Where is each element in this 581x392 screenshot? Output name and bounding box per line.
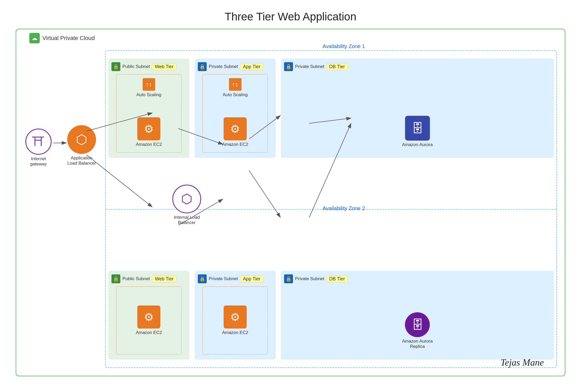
- autoscaling-icon-1: ↑↕: [143, 78, 155, 91]
- az2-db-subnet: 🔒 Private Subnet DB Tier 🗄 Amazon Aurora…: [281, 271, 554, 360]
- page-title: Three Tier Web Application: [0, 0, 581, 28]
- az1-web-subnet: 🔒 Public Subnet Web Tier ↑↕ Auto Scaling…: [108, 59, 189, 158]
- vpc-icon: ☁: [29, 33, 40, 43]
- az1-app-autoscaling: ↑↕ Auto Scaling: [223, 78, 247, 97]
- aurora-label: Amazon Aurora: [402, 142, 433, 147]
- vpc-label: ☁ Virtual Private Cloud: [29, 33, 95, 43]
- private-subnet-icon-3: 🔒: [198, 274, 207, 283]
- ec2-icon-3: ⚙: [137, 305, 160, 328]
- author-label: Tejas Mane: [500, 357, 544, 368]
- ec2-label-2: Amazon EC2: [222, 142, 248, 147]
- vpc-container: ☁ Virtual Private Cloud ⛩ Internet gatew…: [16, 29, 565, 376]
- app-tier-badge-2: App Tier: [240, 275, 263, 283]
- private-subnet-label-1: Private Subnet: [209, 64, 238, 69]
- alb-circle-icon: ⬡: [67, 125, 96, 154]
- alb-component: ⬡ Application Load Balancer: [66, 125, 97, 166]
- az2-app-ec2: ⚙ Amazon EC2: [222, 305, 248, 335]
- az2-web-inner-box: ⚙ Amazon EC2: [116, 286, 182, 354]
- public-subnet-label-3: Public Subnet: [122, 276, 150, 281]
- az2-app-inner-box: ⚙ Amazon EC2: [202, 286, 268, 354]
- aurora-icon: 🗄: [405, 116, 430, 141]
- autoscaling-label-1: Auto Scaling: [136, 92, 161, 97]
- app-tier-badge-1: App Tier: [240, 63, 263, 70]
- aurora-component: 🗄 Amazon Aurora: [402, 116, 433, 147]
- db-tier-badge-2: DB Tier: [326, 275, 348, 283]
- autoscaling-icon-2: ↑↕: [229, 78, 241, 91]
- aurora-replica-component: 🗄 Amazon Aurora Replica: [399, 312, 436, 349]
- private-subnet-icon-2: 🔒: [284, 62, 293, 71]
- private-subnet-label-3: Private Subnet: [209, 276, 238, 281]
- aurora-replica-label: Amazon Aurora Replica: [399, 339, 436, 349]
- autoscaling-label-2: Auto Scaling: [223, 92, 247, 97]
- az1-app-ec2: ⚙ Amazon EC2: [222, 117, 248, 147]
- az2-label: Availability Zone 2: [323, 205, 365, 211]
- ec2-label-3: Amazon EC2: [136, 330, 162, 335]
- az1-app-autoscaling-box: ↑↕ Auto Scaling ⚙ Amazon EC2: [202, 74, 268, 153]
- az1-app-subnet: 🔒 Private Subnet App Tier ↑↕ Auto Scalin…: [195, 59, 276, 158]
- public-subnet-label-1: Public Subnet: [122, 64, 150, 69]
- az1-autoscaling: ↑↕ Auto Scaling: [136, 78, 161, 97]
- ec2-icon-4: ⚙: [224, 305, 247, 328]
- private-subnet-label-2: Private Subnet: [295, 64, 324, 69]
- aurora-replica-icon: 🗄: [405, 312, 430, 337]
- az1-label: Availability Zone 1: [323, 43, 365, 49]
- az1-db-subnet: 🔒 Private Subnet DB Tier 🗄 Amazon Aurora: [281, 59, 554, 158]
- private-subnet-icon-4: 🔒: [284, 274, 293, 283]
- az2-web-ec2: ⚙ Amazon EC2: [136, 305, 162, 335]
- az1-web-autoscaling-box: ↑↕ Auto Scaling ⚙ Amazon EC2: [116, 74, 182, 153]
- db-tier-badge-1: DB Tier: [326, 63, 348, 70]
- igw-circle-icon: ⛩: [25, 129, 52, 155]
- ilb-label: Internal Load Balancer: [171, 215, 202, 225]
- az-outer-box: Availability Zone 1 Availability Zone 2 …: [105, 50, 557, 368]
- ilb-circle-icon: ⬡: [172, 185, 201, 213]
- web-tier-badge-2: Web Tier: [152, 275, 177, 283]
- internet-gateway: ⛩ Internet gateway: [24, 129, 53, 167]
- web-tier-badge-1: Web Tier: [152, 63, 177, 70]
- private-subnet-label-4: Private Subnet: [295, 276, 324, 281]
- public-subnet-icon-2: 🔒: [111, 274, 120, 283]
- alb-label: Application Load Balancer: [66, 155, 97, 166]
- az2-app-subnet: 🔒 Private Subnet App Tier ⚙ Amazon EC2: [195, 271, 276, 360]
- az1-web-ec2: ⚙ Amazon EC2: [136, 117, 162, 147]
- ec2-label-1: Amazon EC2: [136, 142, 162, 147]
- ec2-label-4: Amazon EC2: [222, 330, 248, 335]
- ilb-component: ⬡ Internal Load Balancer: [171, 185, 202, 225]
- igw-label: Internet gateway: [24, 156, 53, 167]
- private-subnet-icon-1: 🔒: [198, 62, 207, 71]
- ec2-icon-1: ⚙: [137, 117, 160, 140]
- az2-web-subnet: 🔒 Public Subnet Web Tier ⚙ Amazon EC2: [108, 271, 189, 360]
- public-subnet-icon-1: 🔒: [111, 62, 120, 71]
- ec2-icon-2: ⚙: [224, 117, 247, 140]
